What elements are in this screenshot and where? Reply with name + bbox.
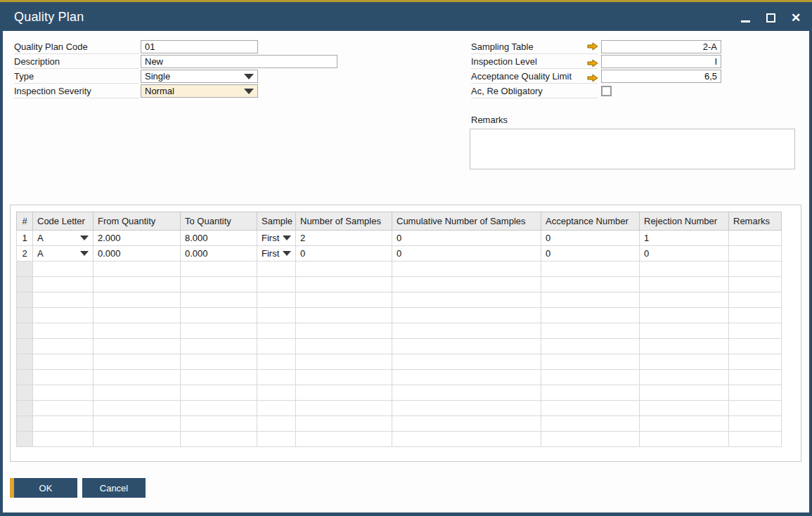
cell-remarks[interactable]	[729, 370, 782, 385]
cell-cumulative-number-of-samples[interactable]	[392, 308, 541, 323]
cell-cumulative-number-of-samples[interactable]: 0	[392, 231, 541, 246]
row-number[interactable]	[17, 308, 33, 323]
cell-number-of-samples[interactable]	[296, 416, 392, 432]
row-number[interactable]	[17, 323, 33, 339]
row-number[interactable]	[17, 432, 33, 447]
cell-remarks[interactable]	[729, 385, 782, 401]
cell-acceptance-number[interactable]	[541, 385, 640, 401]
cell-code-letter[interactable]	[33, 323, 94, 339]
cell-number-of-samples[interactable]	[296, 308, 392, 323]
row-number[interactable]	[17, 292, 33, 308]
cell-cumulative-number-of-samples[interactable]	[392, 432, 541, 447]
cell-from-quantity[interactable]	[94, 262, 181, 277]
maximize-button[interactable]	[763, 10, 778, 25]
inspection-severity-dropdown[interactable]: Normal	[141, 84, 258, 98]
cell-sample[interactable]	[257, 277, 296, 292]
cell-acceptance-number[interactable]	[541, 370, 640, 385]
remarks-textarea[interactable]	[470, 129, 795, 169]
minimize-button[interactable]	[737, 10, 753, 25]
cell-sample[interactable]: First	[257, 231, 296, 246]
cell-to-quantity[interactable]	[181, 416, 257, 432]
cell-number-of-samples[interactable]	[296, 323, 392, 339]
column-header-remarks[interactable]: Remarks	[729, 212, 782, 231]
cell-sample[interactable]	[257, 308, 296, 323]
cell-number-of-samples[interactable]	[296, 370, 392, 385]
cell-acceptance-number[interactable]	[541, 401, 640, 416]
cell-rejection-number[interactable]	[640, 339, 729, 354]
cell-to-quantity[interactable]: 0.000	[181, 246, 257, 262]
ok-button[interactable]: OK	[10, 478, 77, 498]
cell-rejection-number[interactable]: 0	[640, 246, 729, 262]
cell-acceptance-number[interactable]	[541, 416, 640, 432]
cell-number-of-samples[interactable]: 0	[296, 246, 392, 262]
cell-to-quantity[interactable]	[181, 323, 257, 339]
row-number[interactable]	[17, 339, 33, 354]
description-input[interactable]	[141, 55, 337, 68]
cell-remarks[interactable]	[729, 246, 782, 262]
cell-sample[interactable]	[257, 432, 296, 447]
link-arrow-icon[interactable]	[587, 74, 598, 82]
cell-code-letter[interactable]	[33, 385, 94, 401]
cell-remarks[interactable]	[729, 339, 782, 354]
cell-acceptance-number[interactable]	[541, 292, 640, 308]
cell-remarks[interactable]	[729, 231, 782, 246]
cell-number-of-samples[interactable]	[296, 401, 392, 416]
cell-rejection-number[interactable]	[640, 262, 729, 277]
cell-to-quantity[interactable]	[181, 292, 257, 308]
cell-to-quantity[interactable]	[181, 385, 257, 401]
row-number[interactable]	[17, 416, 33, 432]
sampling-table-input[interactable]	[601, 40, 721, 53]
column-header-to-quantity[interactable]: To Quantity	[181, 212, 257, 231]
cell-from-quantity[interactable]	[94, 292, 181, 308]
cell-rejection-number[interactable]	[640, 323, 729, 339]
column-header-rejection-number[interactable]: Rejection Number	[640, 212, 729, 231]
cell-number-of-samples[interactable]	[296, 262, 392, 277]
cell-from-quantity[interactable]: 2.000	[94, 231, 181, 246]
cell-code-letter[interactable]	[33, 339, 94, 354]
cell-code-letter[interactable]	[33, 416, 94, 432]
cell-from-quantity[interactable]	[94, 385, 181, 401]
cell-code-letter[interactable]: A	[33, 246, 94, 262]
cell-acceptance-number[interactable]	[541, 432, 640, 447]
column-header-from-quantity[interactable]: From Quantity	[94, 212, 181, 231]
row-number[interactable]: 1	[17, 231, 33, 246]
row-number[interactable]	[17, 370, 33, 385]
cell-code-letter[interactable]: A	[33, 231, 94, 246]
cell-code-letter[interactable]	[33, 401, 94, 416]
cell-from-quantity[interactable]	[94, 277, 181, 292]
cell-code-letter[interactable]	[33, 354, 94, 370]
link-arrow-icon[interactable]	[587, 42, 598, 51]
cell-number-of-samples[interactable]	[296, 277, 392, 292]
cell-cumulative-number-of-samples[interactable]	[392, 292, 541, 308]
cell-number-of-samples[interactable]	[296, 385, 392, 401]
cell-sample[interactable]	[257, 401, 296, 416]
column-header-sample[interactable]: Sample	[257, 212, 296, 231]
cell-remarks[interactable]	[729, 416, 782, 432]
cell-rejection-number[interactable]: 1	[640, 231, 729, 246]
cell-to-quantity[interactable]	[181, 401, 257, 416]
cell-rejection-number[interactable]	[640, 277, 729, 292]
cell-acceptance-number[interactable]	[541, 277, 640, 292]
cell-remarks[interactable]	[729, 323, 782, 339]
type-dropdown[interactable]: Single	[141, 70, 258, 83]
cancel-button[interactable]: Cancel	[82, 478, 146, 498]
cell-rejection-number[interactable]	[640, 416, 729, 432]
cell-acceptance-number[interactable]	[541, 308, 640, 323]
row-number[interactable]: 2	[17, 246, 33, 262]
cell-code-letter[interactable]	[33, 432, 94, 447]
cell-number-of-samples[interactable]	[296, 292, 392, 308]
cell-code-letter[interactable]	[33, 262, 94, 277]
cell-to-quantity[interactable]	[181, 432, 257, 447]
cell-cumulative-number-of-samples[interactable]	[392, 385, 541, 401]
cell-cumulative-number-of-samples[interactable]	[392, 401, 541, 416]
cell-cumulative-number-of-samples[interactable]	[392, 339, 541, 354]
cell-code-letter[interactable]	[33, 370, 94, 385]
cell-to-quantity[interactable]	[181, 354, 257, 370]
cell-from-quantity[interactable]	[94, 401, 181, 416]
cell-acceptance-number[interactable]: 0	[541, 246, 640, 262]
cell-remarks[interactable]	[729, 292, 782, 308]
link-arrow-icon[interactable]	[587, 59, 598, 67]
cell-sample[interactable]	[257, 385, 296, 401]
cell-acceptance-number[interactable]: 0	[541, 231, 640, 246]
cell-sample[interactable]	[257, 354, 296, 370]
